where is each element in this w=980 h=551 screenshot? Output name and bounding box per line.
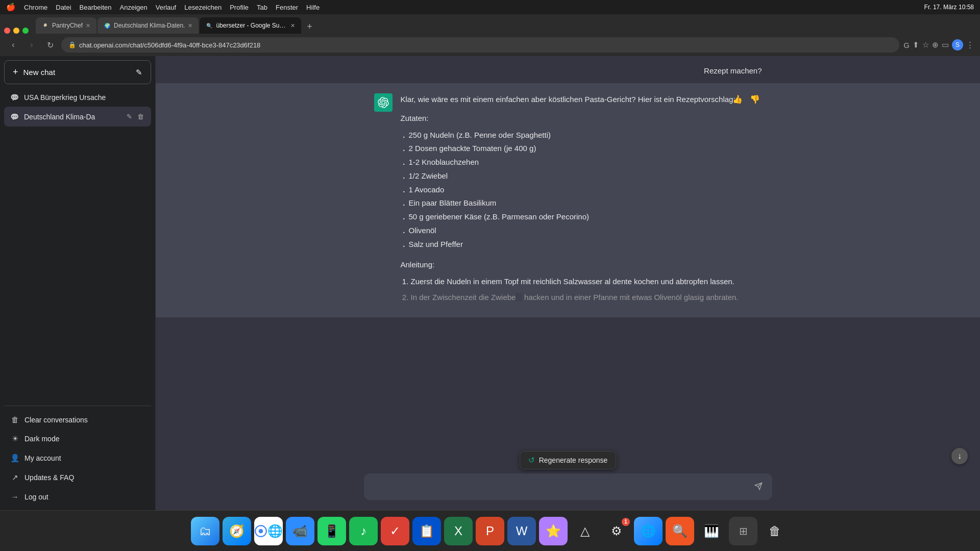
thumbs-up-button[interactable]: 👍 xyxy=(730,93,745,105)
tab-google[interactable]: 🔍 übersetzer - Google Suche ✕ xyxy=(200,17,301,34)
menubar-hilfe[interactable]: Hilfe xyxy=(306,4,320,11)
chat-area: Rezept machen? Klar, wie wäre es mit ein… xyxy=(156,56,980,510)
ai-message-inner: Klar, wie wäre es mit einem einfachen ab… xyxy=(374,93,762,307)
list-item: Olivenöl xyxy=(401,224,762,237)
extension-icon[interactable]: ⊕ xyxy=(932,40,939,49)
sidebar-item-usa[interactable]: 💬 USA Bürgerkrieg Ursache xyxy=(4,88,151,107)
dock-chrome[interactable]: 🌐 xyxy=(254,517,283,545)
updates-faq-button[interactable]: ↗ Updates & FAQ xyxy=(4,468,151,487)
menubar-tab[interactable]: Tab xyxy=(257,4,267,11)
profile-icon[interactable]: S xyxy=(952,39,963,51)
preferences-badge: 1 xyxy=(622,518,630,526)
chat-input[interactable] xyxy=(372,483,747,491)
menubar-chrome[interactable]: Chrome xyxy=(24,4,47,11)
ai-message: Klar, wie wäre es mit einem einfachen ab… xyxy=(156,83,980,317)
new-chat-button[interactable]: + New chat ✎ xyxy=(4,60,151,84)
input-area xyxy=(156,467,980,510)
chat-item-actions: ✎ 🗑 xyxy=(126,112,145,121)
menubar-fenster[interactable]: Fenster xyxy=(276,4,298,11)
menubar-lesezeichen[interactable]: Lesezeichen xyxy=(184,4,222,11)
ai-message-content: Klar, wie wäre es mit einem einfachen ab… xyxy=(401,93,762,307)
dock-zoom[interactable]: 📹 xyxy=(286,517,314,545)
clear-conversations-button[interactable]: 🗑 Clear conversations xyxy=(4,410,151,429)
back-button[interactable]: ‹ xyxy=(6,38,20,52)
window-maximize-btn[interactable] xyxy=(22,28,29,34)
delete-chat-button[interactable]: 🗑 xyxy=(136,112,145,121)
dock-extra1[interactable]: 🎹 xyxy=(697,517,726,545)
tab-title-pantrychef: PantryChef xyxy=(52,22,83,29)
updates-faq-label: Updates & FAQ xyxy=(24,473,74,482)
dock-notion[interactable]: ⭐ xyxy=(539,517,568,545)
url-text: chat.openai.com/chat/c506dfd6-4f9a-40ff-… xyxy=(79,41,260,49)
edit-chat-button[interactable]: ✎ xyxy=(126,112,133,121)
zutaten-heading: Zutaten: xyxy=(401,112,762,125)
dock-spotify[interactable]: ♪ xyxy=(349,517,378,545)
sidebar: + New chat ✎ 💬 USA Bürgerkrieg Ursache 💬… xyxy=(0,56,156,510)
dock-whatsapp[interactable]: 📱 xyxy=(317,517,346,545)
address-bar: ‹ › ↻ 🔒 chat.openai.com/chat/c506dfd6-4f… xyxy=(0,34,980,56)
bookmark-icon[interactable]: ☆ xyxy=(922,40,929,49)
tab-pantrychef[interactable]: 🍳 PantryChef ✕ xyxy=(36,17,96,34)
reload-button[interactable]: ↻ xyxy=(43,38,57,52)
menubar-datei[interactable]: Datei xyxy=(56,4,71,11)
logout-button[interactable]: → Log out xyxy=(4,487,151,506)
menubar-verlauf[interactable]: Verlauf xyxy=(156,4,176,11)
anleitung-list: Zuerst die Nudeln in einem Topf mit reic… xyxy=(401,276,762,304)
tab-title-google: übersetzer - Google Suche xyxy=(216,22,287,29)
new-tab-button[interactable]: + xyxy=(302,19,316,34)
dock-todoist[interactable]: ✓ xyxy=(381,517,409,545)
menubar-anzeigen[interactable]: Anzeigen xyxy=(120,4,148,11)
url-bar[interactable]: 🔒 chat.openai.com/chat/c506dfd6-4f9a-40f… xyxy=(61,37,899,53)
scroll-bottom-button[interactable]: ↓ xyxy=(951,448,968,464)
dock-safari[interactable]: 🧭 xyxy=(223,517,251,545)
tab-favicon-google: 🔍 xyxy=(206,22,213,29)
list-item: 1-2 Knoblauchzehen xyxy=(401,156,762,169)
dock-trash[interactable]: 🗑 xyxy=(761,517,789,545)
dock-googledrive[interactable]: △ xyxy=(571,517,599,545)
window-minimize-btn[interactable] xyxy=(13,28,19,34)
tab-title-klima: Deutschland Klima-Daten. xyxy=(114,22,185,29)
dock-word[interactable]: W xyxy=(507,517,536,545)
logout-label: Log out xyxy=(24,493,48,501)
sidebar-item-deutschland[interactable]: 💬 Deutschland Klima-Da ✎ 🗑 xyxy=(4,107,151,127)
chat-title-deutschland: Deutschland Klima-Da xyxy=(24,113,95,121)
sidebar-toggle[interactable]: ▭ xyxy=(942,40,949,49)
menubar-profile[interactable]: Profile xyxy=(230,4,249,11)
thumbs-down-button[interactable]: 👎 xyxy=(748,93,762,105)
dark-mode-button[interactable]: ☀ Dark mode xyxy=(4,429,151,448)
tab-klima[interactable]: 🌍 Deutschland Klima-Daten. ✕ xyxy=(97,17,199,34)
dock-powerpoint[interactable]: P xyxy=(476,517,504,545)
apple-menu[interactable]: 🍎 xyxy=(6,3,16,12)
window-close-btn[interactable] xyxy=(4,28,10,34)
my-account-button[interactable]: 👤 My account xyxy=(4,448,151,468)
menubar-time: Fr. 17. März 10:58 xyxy=(924,4,974,11)
dock-preferences[interactable]: ⚙ 1 xyxy=(602,517,631,545)
menubar: 🍎 Chrome Datei Bearbeiten Anzeigen Verla… xyxy=(0,0,980,14)
menu-dots[interactable]: ⋮ xyxy=(966,40,974,49)
tab-close-pantrychef[interactable]: ✕ xyxy=(86,22,90,29)
tab-favicon-pantrychef: 🍳 xyxy=(42,22,49,29)
dock: 🗂 🧭 🌐 📹 📱 ♪ ✓ 📋 X P W ⭐ △ ⚙ 1 🌐 🔍 🎹 ⊞ 🗑 xyxy=(0,510,980,551)
send-button[interactable] xyxy=(751,479,766,494)
tab-close-klima[interactable]: ✕ xyxy=(188,22,192,29)
share-icon[interactable]: ⬆ xyxy=(913,40,919,49)
sidebar-bottom: 🗑 Clear conversations ☀ Dark mode 👤 My a… xyxy=(4,406,151,506)
regenerate-tooltip[interactable]: ↺ Regenerate response xyxy=(520,451,617,469)
list-item: 50 g geriebener Käse (z.B. Parmesan oder… xyxy=(401,211,762,223)
list-item: 2 Dosen gehackte Tomaten (je 400 g) xyxy=(401,142,762,155)
menubar-bearbeiten[interactable]: Bearbeiten xyxy=(80,4,112,11)
clear-conversations-label: Clear conversations xyxy=(24,416,88,424)
messages-container[interactable]: Rezept machen? Klar, wie wäre es mit ein… xyxy=(156,56,980,467)
dock-finder[interactable]: 🗂 xyxy=(191,517,219,545)
dock-web[interactable]: 🌐 xyxy=(634,517,663,545)
dock-excel[interactable]: X xyxy=(444,517,473,545)
dock-grid[interactable]: ⊞ xyxy=(729,517,757,545)
dock-magnet[interactable]: 🔍 xyxy=(666,517,694,545)
dark-mode-label: Dark mode xyxy=(24,435,59,443)
anleitung-heading: Anleitung: xyxy=(401,259,762,271)
sun-icon: ☀ xyxy=(10,434,19,443)
google-icon[interactable]: G xyxy=(903,41,910,49)
forward-button[interactable]: › xyxy=(24,38,39,52)
tab-close-google[interactable]: ✕ xyxy=(290,22,295,29)
dock-trello[interactable]: 📋 xyxy=(412,517,441,545)
